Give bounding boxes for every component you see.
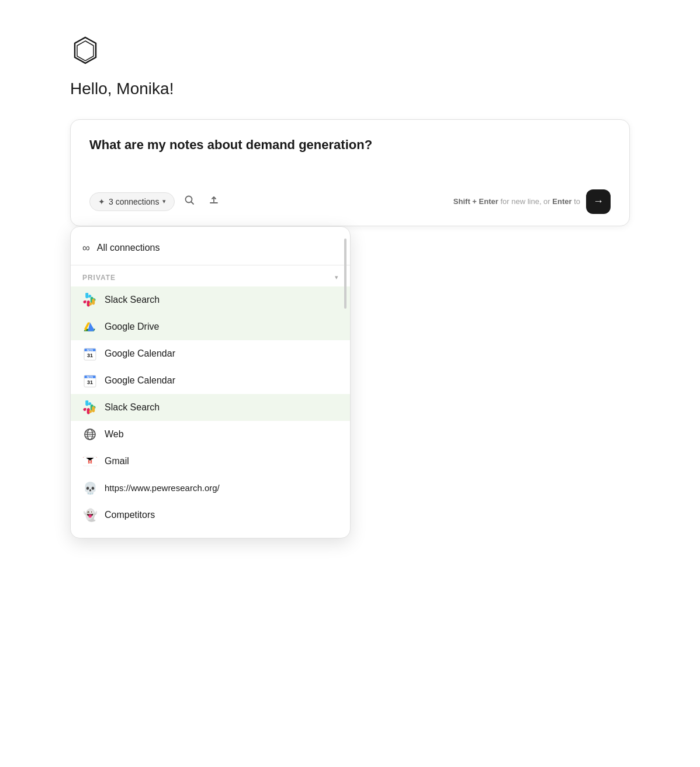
keyboard-hint: Shift + Enter for new line, or Enter to [453,197,580,206]
list-item[interactable]: 31 NOV Google Calendar [71,340,350,367]
list-item[interactable]: M Gmail [71,448,350,475]
google-drive-icon [82,319,98,334]
pew-research-icon: 💀 [82,481,98,496]
competitors-icon: 👻 [82,507,98,523]
web-icon [82,427,98,442]
query-text: What are my notes about demand generatio… [89,136,611,154]
svg-text:31: 31 [87,379,93,385]
list-item[interactable]: Slack Search [71,286,350,313]
competitors-label: Competitors [105,510,155,520]
connections-dropdown: ∞ All connections PRIVATE ▾ [70,226,630,538]
gmail-label: Gmail [105,456,129,467]
list-item[interactable]: Google Drive [71,313,350,340]
all-connections-item[interactable]: ∞ All connections [71,236,350,260]
greeting-text: Hello, Monika! [70,80,630,98]
list-item[interactable]: Web [71,421,350,448]
gmail-icon: M [82,454,98,469]
list-item[interactable]: 👻 Competitors [71,502,350,528]
pew-research-label: https://www.pewresearch.org/ [105,483,220,493]
private-section-label: PRIVATE [82,274,116,282]
list-item[interactable]: 31 NOV Google Calendar [71,367,350,394]
google-calendar-2-label: Google Calendar [105,375,175,386]
search-icon [184,195,195,208]
search-icon-button[interactable] [179,192,199,212]
dropdown-divider-1 [71,265,350,265]
slack-icon-2 [82,400,98,415]
upload-icon-button[interactable] [204,192,224,212]
query-card: What are my notes about demand generatio… [70,119,630,226]
arrow-right-icon: → [593,195,604,208]
all-connections-label: All connections [97,243,160,253]
scrollbar[interactable] [344,227,348,538]
connections-button[interactable]: ✦ 3 connections ▾ [89,192,175,211]
connections-count: 3 connections [109,197,159,206]
svg-text:31: 31 [87,353,93,358]
google-calendar-icon-2: 31 NOV [82,373,98,388]
web-label: Web [105,429,124,440]
slack-icon [82,292,98,308]
app-logo [70,35,101,65]
list-item[interactable]: Slack Search [71,394,350,421]
slack-search-1-label: Slack Search [105,295,160,305]
svg-text:M: M [88,459,92,465]
svg-point-0 [186,196,192,203]
connections-icon: ✦ [98,197,105,206]
chevron-down-icon: ▾ [162,198,166,205]
google-calendar-icon-1: 31 NOV [82,346,98,361]
google-drive-label: Google Drive [105,322,159,332]
slack-search-2-label: Slack Search [105,402,160,413]
upload-icon [209,195,219,208]
svg-line-1 [192,202,194,205]
infinity-icon: ∞ [82,242,90,254]
list-item[interactable]: 💀 https://www.pewresearch.org/ [71,475,350,502]
google-calendar-1-label: Google Calendar [105,348,175,359]
section-chevron-up-icon: ▾ [335,274,338,281]
private-section-header[interactable]: PRIVATE ▾ [71,270,350,286]
submit-button[interactable]: → [586,189,611,214]
